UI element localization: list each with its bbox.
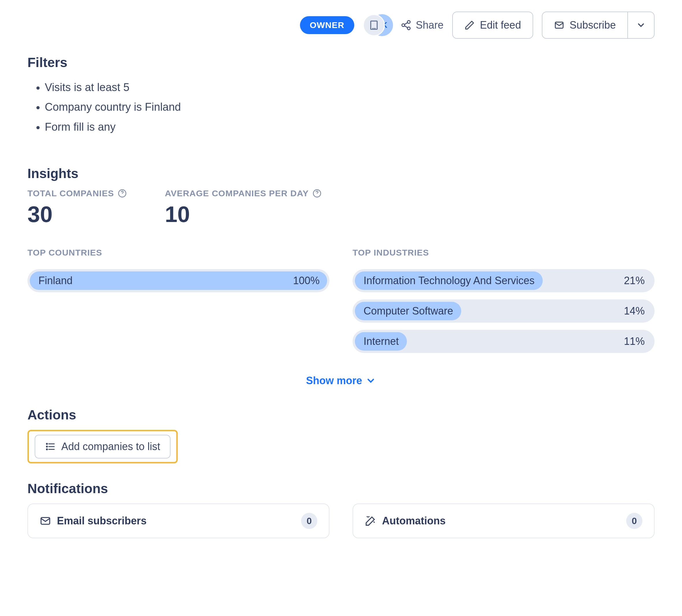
email-subscribers-label: Email subscribers [57, 515, 146, 527]
list-icon [45, 441, 56, 452]
actions-highlight: Add companies to list [27, 430, 178, 463]
building-icon [368, 20, 380, 31]
avg-companies-stat: AVERAGE COMPANIES PER DAY 10 [165, 189, 322, 227]
svg-line-13 [404, 26, 407, 28]
bar-row: Information Technology And Services21% [353, 269, 655, 292]
pencil-icon [464, 20, 475, 30]
svg-point-24 [47, 449, 47, 450]
total-companies-value: 30 [27, 201, 127, 227]
bar-percent: 21% [624, 274, 645, 287]
email-subscribers-count: 0 [301, 513, 317, 529]
help-icon[interactable] [312, 189, 322, 198]
filters-title: Filters [27, 54, 655, 70]
show-more-label: Show more [306, 375, 362, 387]
bar-label: Finland [36, 274, 72, 287]
share-button[interactable]: Share [401, 19, 444, 31]
add-companies-button[interactable]: Add companies to list [35, 435, 170, 459]
filter-item: Visits is at least 5 [45, 78, 655, 97]
notifications-title: Notifications [27, 481, 655, 496]
show-more-button[interactable]: Show more [27, 375, 655, 387]
avg-companies-value: 10 [165, 201, 322, 227]
top-industries-title: TOP INDUSTRIES [353, 248, 655, 258]
total-companies-label: TOTAL COMPANIES [27, 189, 114, 198]
subscribe-dropdown-button[interactable] [628, 12, 655, 39]
toolbar: OWNER TK Share Edit feed [27, 12, 655, 39]
share-label: Share [416, 19, 444, 31]
svg-point-22 [47, 443, 47, 444]
filter-item: Form fill is any [45, 117, 655, 137]
share-icon [401, 20, 411, 31]
subscribe-group: Subscribe [542, 12, 655, 39]
filter-item: Company country is Finland [45, 97, 655, 117]
automations-card[interactable]: Automations 0 [353, 504, 655, 538]
top-countries-title: TOP COUNTRIES [27, 248, 329, 258]
bar-label: Internet [361, 335, 399, 348]
edit-feed-button[interactable]: Edit feed [452, 12, 533, 39]
bar-row: Computer Software14% [353, 300, 655, 323]
envelope-icon [554, 20, 564, 30]
avg-companies-label: AVERAGE COMPANIES PER DAY [165, 189, 309, 198]
edit-feed-label: Edit feed [480, 19, 521, 31]
bar-label: Information Technology And Services [361, 274, 535, 287]
magic-wand-icon [365, 515, 376, 527]
owner-badge: OWNER [300, 16, 354, 34]
bar-percent: 14% [624, 305, 645, 317]
email-subscribers-card[interactable]: Email subscribers 0 [27, 504, 329, 538]
bar-percent: 11% [624, 335, 645, 348]
total-companies-stat: TOTAL COMPANIES 30 [27, 189, 127, 227]
bar-row: Finland100% [27, 269, 329, 292]
add-companies-label: Add companies to list [61, 441, 160, 453]
filters-list: Visits is at least 5 Company country is … [27, 78, 655, 137]
subscribe-button[interactable]: Subscribe [542, 12, 628, 39]
chevron-down-icon [636, 20, 646, 30]
bar-row: Internet11% [353, 330, 655, 353]
notifications-grid: Email subscribers 0 Automations 0 [27, 504, 655, 538]
chevron-down-icon [366, 375, 376, 386]
automations-count: 0 [626, 513, 642, 529]
top-groups: TOP COUNTRIES Finland100% TOP INDUSTRIES… [27, 248, 655, 360]
svg-point-23 [47, 446, 47, 447]
top-industries-group: TOP INDUSTRIES Information Technology An… [353, 248, 655, 360]
bar-percent: 100% [293, 274, 320, 287]
bar-fill [30, 271, 327, 290]
svg-rect-0 [371, 21, 377, 29]
help-icon[interactable] [117, 189, 127, 198]
collaborator-avatars[interactable]: TK [363, 14, 392, 37]
actions-title: Actions [27, 407, 655, 423]
top-countries-group: TOP COUNTRIES Finland100% [27, 248, 329, 360]
insights-stats: TOTAL COMPANIES 30 AVERAGE COMPANIES PER… [27, 189, 655, 227]
insights-title: Insights [27, 166, 655, 181]
envelope-icon [40, 515, 51, 527]
bar-label: Computer Software [361, 305, 453, 317]
svg-line-12 [404, 23, 407, 25]
automations-label: Automations [382, 515, 446, 527]
subscribe-label: Subscribe [570, 19, 616, 31]
avatar-company-icon [363, 14, 385, 36]
